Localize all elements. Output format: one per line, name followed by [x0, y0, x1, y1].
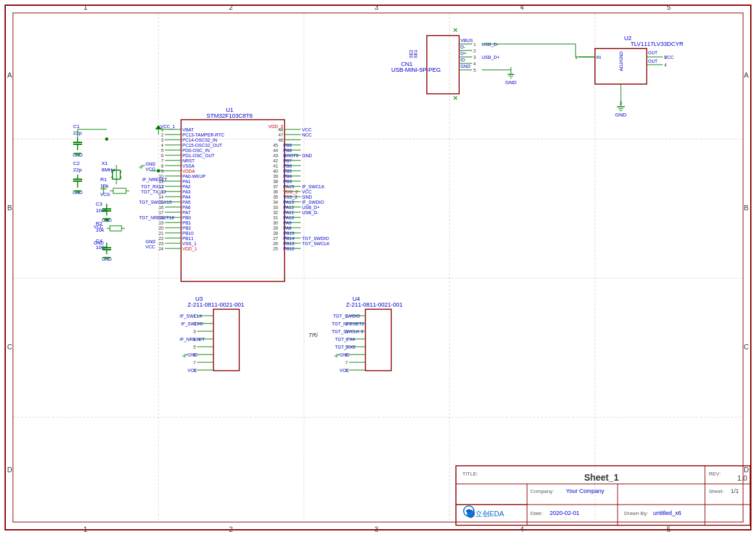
svg-text:PB12: PB12: [283, 246, 294, 251]
svg-text:2: 2: [161, 133, 164, 137]
svg-text:36: 36: [273, 190, 278, 194]
svg-text:PB14: PB14: [283, 236, 294, 241]
svg-text:42: 42: [273, 158, 278, 163]
svg-text:17: 17: [158, 210, 164, 215]
svg-text:untitled_x6: untitled_x6: [653, 510, 682, 516]
svg-text:7: 7: [345, 360, 348, 365]
svg-text:X1: X1: [102, 160, 108, 166]
svg-point-374: [157, 169, 160, 173]
svg-text:IF_SWDIO: IF_SWDIO: [181, 322, 203, 327]
svg-text:TGT_SWDIO: TGT_SWDIO: [302, 236, 329, 241]
svg-text:OUT: OUT: [648, 59, 658, 63]
svg-text:GND: GND: [615, 112, 627, 118]
svg-text:A: A: [744, 71, 749, 79]
svg-text:PC14-OSC32_IN: PC14-OSC32_IN: [182, 138, 217, 143]
svg-text:44: 44: [273, 148, 278, 153]
svg-text:3: 3: [473, 55, 476, 60]
svg-text:PA9: PA9: [283, 221, 292, 225]
svg-text:C: C: [744, 343, 749, 351]
svg-text:PA3: PA3: [182, 190, 191, 194]
svg-text:VSSA: VSSA: [182, 164, 195, 168]
svg-rect-314: [213, 309, 239, 371]
svg-text:PA8: PA8: [283, 226, 292, 230]
svg-text:PB3: PB3: [283, 179, 292, 184]
svg-text:PC13-TAMPER-RTC: PC13-TAMPER-RTC: [182, 133, 224, 137]
svg-text:3: 3: [193, 329, 196, 334]
svg-text:TITLE:: TITLE:: [462, 471, 478, 477]
svg-text:C: C: [7, 343, 12, 351]
svg-text:PA5: PA5: [182, 200, 191, 204]
svg-text:VCG: VCG: [100, 192, 110, 197]
svg-text:IF_NRESET: IF_NRESET: [142, 177, 167, 182]
svg-text:ID: ID: [460, 58, 465, 62]
svg-text:43: 43: [273, 153, 278, 158]
svg-text:IF_NRESET: IF_NRESET: [180, 337, 205, 342]
svg-text:Sheet:: Sheet:: [709, 488, 724, 494]
svg-text:PB5: PB5: [283, 169, 292, 173]
svg-text:TGT_TX4: TGT_TX4: [335, 337, 355, 342]
svg-text:R1: R1: [100, 177, 107, 182]
svg-text:PD1-OSC_OUT: PD1-OSC_OUT: [182, 153, 215, 158]
svg-text:VCC_1: VCC_1: [160, 124, 175, 129]
svg-text:VDDA: VDDA: [182, 169, 195, 173]
svg-text:TGT_NRESET18: TGT_NRESET18: [139, 215, 174, 221]
svg-text:SE1: SE1: [413, 50, 418, 58]
svg-text:TGT_NRESET2: TGT_NRESET2: [332, 322, 364, 327]
svg-text:REV:: REV:: [709, 471, 720, 477]
svg-text:21: 21: [158, 231, 164, 235]
svg-text:14: 14: [158, 195, 164, 199]
svg-text:PC15-OSC32_OUT: PC15-OSC32_OUT: [182, 143, 222, 148]
svg-text:PB7: PB7: [283, 158, 292, 163]
svg-text:PA11: PA11: [283, 210, 294, 215]
svg-text:PA1: PA1: [182, 179, 191, 184]
svg-text:46: 46: [278, 138, 283, 142]
svg-text:C3: C3: [96, 201, 103, 207]
svg-text:GND: GND: [460, 64, 471, 69]
svg-text:NRST: NRST: [182, 158, 195, 163]
svg-text:Your Company: Your Company: [566, 488, 605, 494]
svg-text:29: 29: [273, 226, 278, 230]
svg-text:USB_D+: USB_D+: [302, 205, 319, 210]
svg-text:A: A: [7, 71, 12, 79]
svg-text:GND: GND: [94, 241, 104, 245]
svg-text:4: 4: [664, 63, 667, 67]
svg-text:C2: C2: [73, 160, 80, 166]
svg-text:VCC: VCC: [302, 190, 312, 194]
svg-text:4: 4: [520, 525, 524, 533]
svg-text:GND: GND: [188, 353, 198, 357]
svg-text:PA2: PA2: [182, 184, 191, 189]
svg-text:5: 5: [667, 3, 671, 11]
svg-text:5: 5: [161, 148, 164, 153]
svg-text:VSS_1: VSS_1: [182, 241, 197, 246]
svg-text:TGT_SWCLK: TGT_SWCLK: [302, 241, 330, 246]
svg-text:1.0: 1.0: [737, 474, 747, 482]
svg-text:GND: GND: [340, 353, 350, 357]
svg-point-375: [105, 219, 109, 222]
svg-text:PA10: PA10: [283, 215, 294, 220]
svg-text:GND: GND: [302, 153, 312, 158]
svg-text:25: 25: [273, 246, 278, 251]
svg-text:PB2: PB2: [182, 226, 191, 230]
svg-text:33: 33: [273, 205, 278, 210]
svg-text:VDD_3: VDD_3: [268, 124, 283, 129]
svg-text:35: 35: [273, 195, 278, 199]
svg-text:NCC: NCC: [302, 133, 312, 137]
svg-text:PB8: PB8: [283, 148, 292, 153]
svg-text:TGT_SWDIO: TGT_SWDIO: [333, 314, 360, 319]
svg-text:B: B: [7, 204, 12, 212]
svg-text:1: 1: [473, 42, 476, 47]
svg-text:16: 16: [158, 205, 164, 210]
svg-text:19: 19: [158, 221, 164, 225]
svg-text:IN: IN: [596, 55, 601, 60]
svg-text:4: 4: [520, 3, 524, 11]
svg-text:Date:: Date:: [530, 510, 543, 516]
svg-text:47: 47: [278, 133, 283, 137]
svg-text:Drawn By:: Drawn By:: [624, 510, 648, 516]
svg-text:PA15: PA15: [283, 184, 294, 189]
svg-text:3: 3: [374, 3, 378, 11]
svg-point-373: [105, 138, 109, 141]
svg-text:8: 8: [161, 164, 164, 168]
svg-text:USB_D-: USB_D-: [302, 210, 319, 215]
svg-text:PA6: PA6: [182, 205, 191, 210]
svg-text:TRi: TRi: [308, 332, 318, 338]
